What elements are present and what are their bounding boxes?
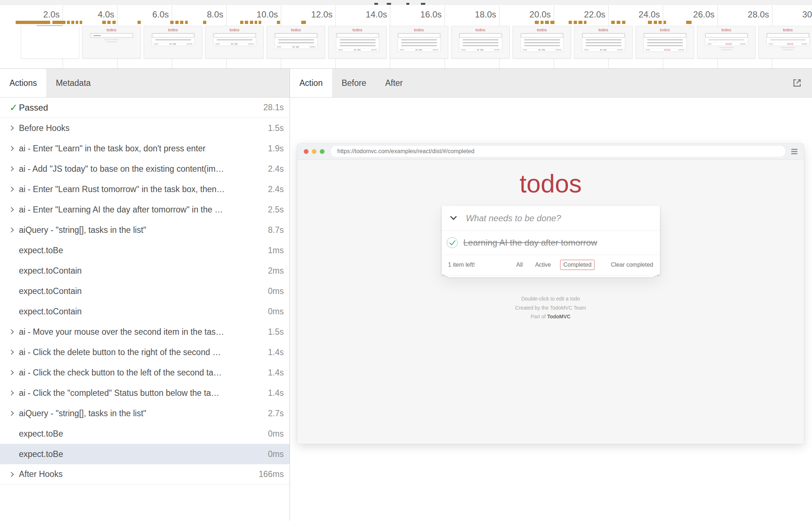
thumbnail-todo-line xyxy=(647,45,683,46)
action-row[interactable]: ai - Click the check button to the left … xyxy=(0,362,290,383)
action-row[interactable]: expect.toContain0ms xyxy=(0,301,290,322)
activity-mark xyxy=(170,21,174,24)
action-label: aiQuery - "string[], tasks in the list" xyxy=(19,225,263,235)
action-row[interactable]: aiQuery - "string[], tasks in the list"2… xyxy=(0,403,290,423)
new-todo-input[interactable]: What needs to be done? xyxy=(466,213,561,223)
thumbnail-footer-left xyxy=(523,49,527,50)
activity-mark xyxy=(648,21,652,24)
action-row[interactable]: aiQuery - "string[], tasks in the list"8… xyxy=(0,220,290,240)
expand-chevron-icon[interactable] xyxy=(9,126,14,131)
timeline[interactable]: 2.0s4.0s6.0s8.0s10.0s12.0s14.0s16.0s18.0… xyxy=(0,0,812,69)
action-row[interactable]: expect.toContain0ms xyxy=(0,281,290,301)
filmstrip-thumbnail[interactable]: todos xyxy=(451,26,510,59)
thumbnail-todo-line xyxy=(524,45,560,46)
filmstrip-thumbnail[interactable]: todos xyxy=(205,26,264,59)
filmstrip-thumbnail[interactable]: todos xyxy=(759,26,812,59)
todo-label[interactable]: Learning AI the day after tomorrow xyxy=(463,238,597,248)
tab-metadata[interactable]: Metadata xyxy=(46,69,100,97)
clear-completed-button[interactable]: Clear completed xyxy=(611,262,653,268)
address-bar[interactable]: https://todomvc.com/examples/react/dist/… xyxy=(331,146,785,157)
expand-chevron-icon[interactable] xyxy=(9,146,14,151)
filmstrip-thumbnail[interactable]: todos xyxy=(144,26,202,59)
thumbnail-card xyxy=(521,33,564,52)
tab-before[interactable]: Before xyxy=(332,69,376,97)
expand-chevron-icon[interactable] xyxy=(9,411,14,416)
expand-chevron-icon[interactable] xyxy=(9,370,14,375)
action-label: expect.toBe xyxy=(19,429,263,439)
expand-chevron-icon[interactable] xyxy=(9,350,14,355)
activity-mark xyxy=(658,21,662,24)
filmstrip-thumbnail[interactable]: todos xyxy=(82,26,141,59)
hamburger-menu-icon[interactable] xyxy=(791,148,797,155)
action-row[interactable]: expect.toBe0ms xyxy=(0,423,290,444)
expand-chevron-icon[interactable] xyxy=(9,187,14,192)
thumbnail-todo-line xyxy=(401,45,437,46)
open-snapshot-external-icon[interactable] xyxy=(792,77,803,88)
action-row[interactable]: ai - Enter "Learning AI the day after to… xyxy=(0,199,290,220)
filter-active[interactable]: Active xyxy=(532,260,554,270)
action-row[interactable]: ai - Enter "Learn" in the task box, don'… xyxy=(0,138,290,159)
thumbnail-app-title: todos xyxy=(636,28,694,32)
thumbnail-app-title: todos xyxy=(329,28,386,32)
tab-after[interactable]: After xyxy=(376,69,413,97)
filter-completed[interactable]: Completed xyxy=(560,260,594,270)
filmstrip-thumbnail[interactable]: todos xyxy=(697,26,756,59)
todomvc-link[interactable]: TodoMVC xyxy=(547,314,570,319)
thumbnail-footer-filters xyxy=(292,46,302,48)
action-label: aiQuery - "string[], tasks in the list" xyxy=(19,409,263,418)
tab-actions[interactable]: Actions xyxy=(0,69,46,97)
thumbnail-info-line xyxy=(719,47,734,48)
expand-chevron-icon[interactable] xyxy=(9,166,14,171)
action-row[interactable]: ai - Enter "Learn Rust tomorrow" in the … xyxy=(0,179,290,199)
filmstrip-thumbnail[interactable] xyxy=(21,26,79,59)
action-row[interactable]: expect.toContain2ms xyxy=(0,260,290,281)
zoom-traffic-light-icon[interactable] xyxy=(320,149,325,154)
thumbnail-footer xyxy=(152,42,194,45)
action-row[interactable]: ai - Click the "completed" Status button… xyxy=(0,383,290,403)
expand-chevron-icon[interactable] xyxy=(9,472,14,477)
filmstrip-thumbnail[interactable]: todos xyxy=(574,26,633,59)
activity-mark xyxy=(301,21,306,24)
action-row[interactable]: After Hooks166ms xyxy=(0,464,290,485)
expand-chevron-icon[interactable] xyxy=(9,227,14,232)
action-row[interactable]: ✓Passed28.1s xyxy=(0,98,290,118)
thumbnail-app-title: todos xyxy=(513,28,571,32)
action-row[interactable]: ai - Click the delete button to the righ… xyxy=(0,342,290,362)
timeline-tick-label: 10.0s xyxy=(244,9,278,20)
minimize-traffic-light-icon[interactable] xyxy=(312,149,317,154)
expand-chevron-icon[interactable] xyxy=(9,390,14,395)
actions-panel: Actions Metadata ✓Passed28.1sBefore Hook… xyxy=(0,69,290,521)
action-row[interactable]: Before Hooks1.5s xyxy=(0,118,290,138)
thumbnail-footer-filters xyxy=(726,43,732,45)
action-row[interactable]: ai - Move your mouse over the second ite… xyxy=(0,322,290,342)
action-label: Before Hooks xyxy=(19,123,263,133)
close-traffic-light-icon[interactable] xyxy=(304,149,309,154)
action-row[interactable]: expect.toBe0ms xyxy=(0,444,290,464)
action-label: ai - Click the check button to the left … xyxy=(19,368,263,378)
filmstrip-thumbnail[interactable]: todos xyxy=(328,26,387,59)
action-duration: 2.4s xyxy=(268,184,284,194)
activity-mark xyxy=(240,21,243,24)
thumbnail-footer-left xyxy=(400,49,404,50)
thumbnail-footer-right xyxy=(371,49,377,50)
action-row[interactable]: ai - Add "JS today" to base on the exist… xyxy=(0,159,290,179)
expand-chevron-icon[interactable] xyxy=(9,329,14,334)
filter-all[interactable]: All xyxy=(513,260,526,270)
action-row[interactable]: expect.toBe1ms xyxy=(0,240,290,260)
todo-toggle-checked-icon[interactable] xyxy=(447,237,458,248)
action-duration: 1.5s xyxy=(268,123,284,133)
filmstrip-thumbnail[interactable]: todos xyxy=(636,26,694,59)
toggle-all-chevron-icon[interactable] xyxy=(450,213,457,220)
thumbnail-todo-line xyxy=(401,42,437,43)
timeline-tick-label: 18.0s xyxy=(463,9,496,20)
activity-mark xyxy=(52,21,65,24)
expand-chevron-icon[interactable] xyxy=(9,207,14,212)
thumbnail-footer-right xyxy=(433,49,438,50)
filmstrip-thumbnail[interactable]: todos xyxy=(513,26,571,59)
filmstrip-thumbnail[interactable]: todos xyxy=(390,26,448,59)
thumbnail-todo-line xyxy=(340,39,375,40)
thumbnail-todo-line xyxy=(401,39,437,40)
thumbnail-input xyxy=(91,33,133,37)
filmstrip-thumbnail[interactable]: todos xyxy=(267,26,325,59)
tab-action[interactable]: Action xyxy=(290,69,332,97)
